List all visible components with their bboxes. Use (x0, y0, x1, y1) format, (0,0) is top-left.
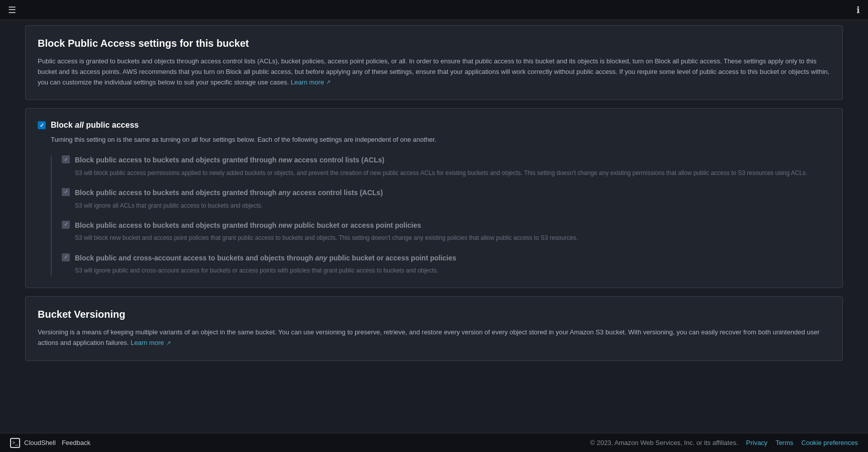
terms-link[interactable]: Terms (776, 439, 793, 446)
main-content: Block Public Access settings for this bu… (0, 20, 868, 433)
sub-setting-2-checkbox[interactable] (62, 188, 70, 196)
sub-setting-4-header: Block public and cross-account access to… (62, 253, 830, 263)
top-bar: ☰ ℹ (0, 0, 868, 20)
bucket-versioning-external-icon: ↗ (166, 339, 171, 348)
block-all-description: Turning this setting on is the same as t… (51, 135, 830, 145)
bucket-versioning-card: Bucket Versioning Versioning is a means … (25, 296, 843, 361)
bottom-right: © 2023, Amazon Web Services, Inc. or its… (590, 439, 858, 446)
sub-setting-2-title: Block public access to buckets and objec… (75, 188, 383, 198)
sub-setting-2-header: Block public access to buckets and objec… (62, 188, 830, 198)
block-public-access-description: Public access is granted to buckets and … (38, 56, 830, 87)
sub-setting-4-title: Block public and cross-account access to… (75, 253, 456, 263)
privacy-link[interactable]: Privacy (746, 439, 768, 446)
sub-setting-3-header: Block public access to buckets and objec… (62, 221, 830, 231)
bucket-versioning-learn-more-link[interactable]: Learn more ↗ (131, 338, 170, 348)
sub-setting-3-title: Block public access to buckets and objec… (75, 221, 421, 231)
cloudshell-button[interactable]: >_ CloudShell (10, 438, 56, 448)
bottom-left: >_ CloudShell Feedback (10, 438, 90, 448)
info-icon[interactable]: ℹ (856, 5, 860, 16)
sub-setting-3: Block public access to buckets and objec… (62, 221, 830, 243)
bucket-versioning-description: Versioning is a means of keeping multipl… (38, 327, 830, 348)
sub-setting-1-title: Block public access to buckets and objec… (75, 155, 384, 165)
learn-more-link[interactable]: Learn more ↗ (291, 77, 331, 88)
sub-setting-1-description: S3 will block public access permissions … (75, 168, 830, 178)
block-all-checkbox[interactable] (38, 121, 46, 129)
block-all-header: Block all public access (38, 121, 830, 130)
sub-setting-1-header: Block public access to buckets and objec… (62, 155, 830, 165)
cloudshell-label: CloudShell (24, 439, 56, 446)
cookie-preferences-link[interactable]: Cookie preferences (801, 439, 858, 446)
block-public-access-title: Block Public Access settings for this bu… (38, 38, 830, 49)
copyright-text: © 2023, Amazon Web Services, Inc. or its… (590, 439, 738, 446)
block-all-label: Block all public access (51, 121, 139, 130)
sub-setting-2: Block public access to buckets and objec… (62, 188, 830, 211)
sub-setting-3-checkbox[interactable] (62, 221, 70, 229)
sub-setting-3-description: S3 will block new bucket and access poin… (75, 233, 830, 243)
sub-settings: Block public access to buckets and objec… (51, 155, 830, 276)
sub-setting-1: Block public access to buckets and objec… (62, 155, 830, 178)
bottom-bar: >_ CloudShell Feedback © 2023, Amazon We… (0, 433, 868, 452)
sub-setting-2-description: S3 will ignore all ACLs that grant publi… (75, 201, 830, 211)
bucket-versioning-title: Bucket Versioning (38, 309, 830, 320)
block-public-access-card: Block Public Access settings for this bu… (25, 25, 843, 100)
sub-setting-4-description: S3 will ignore public and cross-account … (75, 266, 830, 276)
sub-setting-4-checkbox[interactable] (62, 253, 70, 261)
cloudshell-icon: >_ (10, 438, 20, 448)
feedback-link[interactable]: Feedback (62, 439, 90, 446)
sub-setting-1-checkbox[interactable] (62, 155, 70, 163)
block-all-section: Block all public access Turning this set… (25, 108, 843, 288)
external-link-icon: ↗ (326, 78, 331, 87)
sub-setting-4: Block public and cross-account access to… (62, 253, 830, 276)
hamburger-icon[interactable]: ☰ (8, 5, 16, 16)
